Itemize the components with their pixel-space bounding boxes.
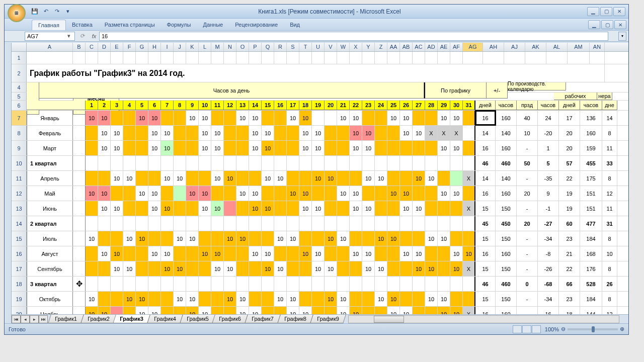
cell[interactable] [400,261,413,276]
cell[interactable] [463,231,475,246]
cell[interactable]: 12 [602,186,617,201]
cell[interactable] [362,156,375,170]
cell[interactable]: 15 [262,101,274,110]
cell[interactable] [211,52,224,64]
cell[interactable] [387,171,400,186]
cell[interactable] [86,201,98,216]
cell[interactable]: -26 [538,261,559,276]
cell[interactable]: 10 [236,307,249,314]
cell[interactable] [463,111,475,125]
cell[interactable] [483,52,504,64]
cell[interactable]: Апрель [27,171,73,186]
row-header[interactable]: 15 [12,231,27,246]
cell[interactable]: 26 [602,277,617,291]
cell[interactable] [325,216,337,231]
cell[interactable] [274,141,287,155]
cell[interactable]: -20 [538,126,559,140]
cell[interactable] [413,231,425,246]
cell[interactable]: 21 [337,101,350,110]
column-header[interactable]: Z [375,43,387,51]
cell[interactable]: 150 [496,231,517,246]
cell[interactable]: 12 [602,307,617,314]
column-header[interactable]: AA [387,43,400,51]
cell[interactable] [362,292,375,306]
cell[interactable]: 16 [475,307,496,314]
cell[interactable] [236,246,249,261]
cell[interactable] [325,111,337,125]
sheet-tab[interactable]: График4 [147,315,183,323]
cell[interactable]: 45 [475,216,496,231]
cell[interactable]: 10 [98,126,111,140]
cell[interactable]: 17 [559,111,580,125]
cell[interactable] [136,261,148,276]
cell[interactable]: 144 [580,307,602,314]
cell[interactable] [413,186,425,201]
cell[interactable] [249,52,262,64]
cell[interactable] [148,231,161,246]
cell[interactable]: 23 [559,292,580,306]
cell[interactable]: 4 [123,101,136,110]
cell[interactable] [337,261,350,276]
cell[interactable]: 18 [559,307,580,314]
cell[interactable]: Август [27,246,73,261]
cell[interactable]: 10 [350,186,362,201]
cell[interactable] [148,171,161,186]
cell[interactable] [425,246,438,261]
cell[interactable] [98,292,111,306]
row-header[interactable]: 11 [12,171,27,186]
cell[interactable]: 10 [136,186,148,201]
cell[interactable] [450,52,463,64]
cell[interactable]: 10 [86,307,98,314]
cell[interactable]: -34 [538,231,559,246]
column-header[interactable]: AE [438,43,450,51]
ribbon-tab[interactable]: Данные [197,20,229,30]
cell[interactable] [287,52,299,64]
cell[interactable] [568,52,590,64]
cell[interactable]: 10 [425,171,438,186]
cell[interactable] [463,156,475,170]
cell[interactable]: 10 [148,246,161,261]
cell[interactable]: 160 [580,126,602,140]
cell[interactable]: 8 [174,101,186,110]
cell[interactable] [438,246,450,261]
cell[interactable]: 10 [425,261,438,276]
cell[interactable]: 10 [337,186,350,201]
cell[interactable] [161,111,174,125]
sheet-nav-prev[interactable]: ◂ [21,315,30,323]
cell[interactable] [262,156,274,170]
cell[interactable]: -1 [538,201,559,216]
cell[interactable]: 10 [438,307,450,314]
cell[interactable]: 10 [299,201,312,216]
cell[interactable] [387,156,400,170]
formula-bar[interactable]: 16 [99,32,608,41]
cell[interactable] [362,186,375,201]
cell[interactable] [400,277,413,291]
cell[interactable] [274,201,287,216]
column-header[interactable]: O [236,43,249,51]
cell[interactable]: 10 [375,292,387,306]
cell[interactable] [73,201,86,216]
fx-icon[interactable]: fx [89,33,99,39]
cell[interactable] [199,292,211,306]
cell[interactable] [236,277,249,291]
cell[interactable]: 10 [211,126,224,140]
cell[interactable] [161,292,174,306]
cell[interactable]: X [450,126,463,140]
cell[interactable] [438,201,450,216]
cell[interactable] [73,156,86,170]
cell[interactable] [174,52,186,64]
cell[interactable]: 10 [136,292,148,306]
cell[interactable]: 8 [602,261,617,276]
ribbon-tab[interactable]: Главная [32,20,66,30]
cell[interactable]: 168 [580,246,602,261]
cell[interactable]: 10 [602,246,617,261]
cell[interactable]: 176 [580,261,602,276]
cell[interactable]: 150 [496,292,517,306]
cell[interactable] [224,186,236,201]
cell[interactable]: 10 [450,246,463,261]
cell[interactable] [186,171,199,186]
row-header[interactable]: 20 [12,307,27,314]
cell[interactable] [174,277,186,291]
cell[interactable]: 15 [475,261,496,276]
cell[interactable]: 16 [475,141,496,155]
